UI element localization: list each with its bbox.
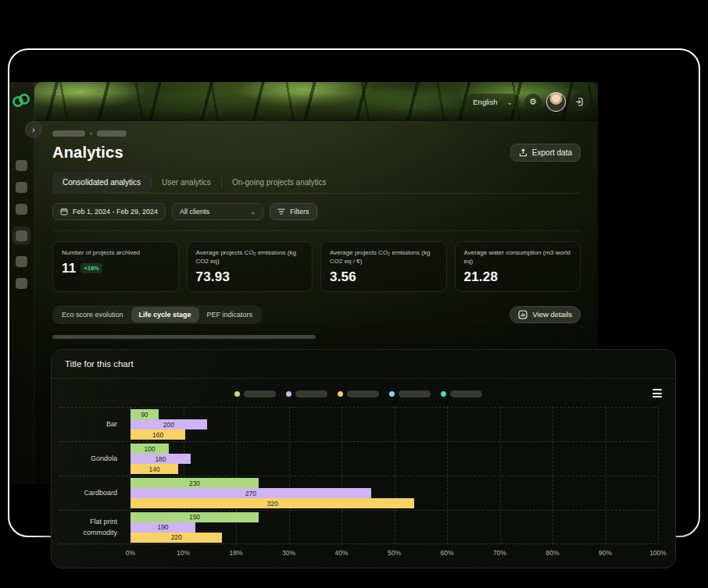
breadcrumb-placeholder: [97, 130, 127, 137]
page-title: Analytics: [52, 144, 123, 162]
date-range-value: Feb 1, 2024 - Feb 29, 2024: [73, 208, 158, 216]
tab-user-analytics[interactable]: User analytics: [152, 172, 221, 193]
legend-item: [338, 390, 379, 397]
kpi-card-water-consumption: Average water consumption (m3 world eq) …: [455, 241, 581, 292]
x-axis-tick-label: 60%: [440, 549, 453, 557]
header-controls: English ⌄ ⚙: [466, 92, 588, 112]
kpi-card-projects-archived: Number of projects archived 11 +16%: [52, 241, 179, 292]
legend-label-placeholder: [450, 390, 482, 397]
settings-button[interactable]: ⚙: [524, 94, 542, 111]
legend-item: [286, 390, 327, 397]
gridline: [658, 407, 659, 544]
category-label: Gondola: [59, 453, 131, 464]
filter-lines-icon: [277, 208, 285, 215]
sidebar-nav-item-active[interactable]: [12, 226, 31, 245]
calendar-icon: [60, 208, 68, 216]
legend-dot-icon: [338, 391, 343, 397]
legend-label-placeholder: [347, 390, 379, 397]
brand-logo-icon: [11, 92, 31, 109]
chart-category-row: Gondola100180140: [59, 441, 656, 476]
legend-item: [441, 390, 482, 397]
bar-segment-purple: 180: [131, 454, 191, 464]
chart-x-axis: 0%10%18%30%40%50%60%70%80%90%100%: [131, 549, 658, 560]
page-content: › Analytics Export data Consolidated ana…: [34, 121, 598, 339]
sidebar-nav-item[interactable]: [16, 182, 27, 193]
gear-icon: ⚙: [529, 97, 537, 107]
sign-out-icon: [575, 98, 584, 106]
bar-segment-purple: 200: [131, 419, 207, 429]
sidebar-expand-button[interactable]: ›: [25, 121, 42, 138]
x-axis-tick-label: 90%: [599, 549, 612, 557]
chart-category-row: Bar90200160: [59, 407, 656, 441]
bar-segment-yellow: 220: [131, 533, 222, 543]
category-label: Bar: [59, 419, 131, 429]
x-axis-tick-label: 10%: [177, 549, 190, 557]
chip-life-cycle-stage[interactable]: Life cycle stage: [131, 307, 199, 323]
tab-ongoing-projects-analytics[interactable]: On-going projects analytics: [222, 172, 337, 193]
category-label: Cardboard: [59, 487, 131, 498]
bar-segment-green: 100: [131, 444, 169, 454]
export-data-button[interactable]: Export data: [510, 144, 581, 162]
bar-segment-green: 230: [131, 478, 259, 488]
bar-segment-yellow: 160: [131, 429, 185, 440]
chart-category-row: Flat print commodity150190220: [59, 510, 656, 544]
chart-card: Title for this chart Bar90200160Gondola1…: [51, 349, 676, 568]
sidebar-nav-item-icon: [16, 230, 27, 241]
kpi-cards: Number of projects archived 11 +16% Aver…: [52, 241, 581, 292]
x-axis-tick-label: 18%: [229, 549, 242, 557]
view-details-label: View details: [532, 310, 572, 319]
view-details-button[interactable]: View details: [510, 306, 581, 323]
x-axis-tick-label: 30%: [282, 549, 295, 557]
sidebar-nav-item[interactable]: [16, 256, 27, 267]
legend-label-placeholder: [399, 390, 431, 397]
kpi-label: Average water consumption (m3 world eq): [464, 249, 572, 266]
legend-label-placeholder: [244, 390, 276, 397]
category-label: Flat print commodity: [59, 516, 131, 539]
chart-toggle-group: Eco score evolution Life cycle stage PEF…: [52, 305, 262, 324]
language-label: English: [473, 98, 497, 106]
chart-menu-button[interactable]: [653, 389, 662, 397]
kpi-value: 73.93: [196, 269, 231, 285]
sidebar-nav: [8, 160, 34, 289]
breadcrumb-separator-icon: ›: [90, 130, 92, 137]
chip-eco-score-evolution[interactable]: Eco score evolution: [54, 307, 131, 323]
horizontal-scrollbar[interactable]: [52, 335, 316, 339]
x-axis-tick-label: 100%: [649, 549, 667, 557]
sidebar-nav-item[interactable]: [16, 278, 27, 289]
user-avatar[interactable]: [546, 92, 566, 112]
chevron-down-icon: ⌄: [250, 208, 256, 216]
kpi-value: 21.28: [464, 269, 499, 285]
x-axis-tick-label: 40%: [334, 549, 348, 557]
legend-dot-icon: [234, 391, 240, 397]
sidebar-nav-item[interactable]: [16, 160, 27, 171]
bar-segment-yellow: 140: [131, 464, 178, 474]
filters-button[interactable]: Filters: [270, 203, 317, 220]
bar-segment-green: 90: [131, 409, 159, 419]
x-axis-tick-label: 70%: [493, 549, 506, 557]
filter-bar: Feb 1, 2024 - Feb 29, 2024 All clients ⌄…: [52, 203, 581, 231]
legend-item: [389, 390, 431, 397]
upload-icon: [519, 148, 527, 157]
export-data-label: Export data: [532, 148, 572, 157]
legend-dot-icon: [441, 391, 446, 397]
kpi-value: 3.56: [330, 269, 356, 285]
x-axis-tick-label: 50%: [388, 549, 401, 557]
language-selector[interactable]: English ⌄: [466, 94, 520, 110]
x-axis-tick-label: 0%: [126, 549, 135, 557]
chevron-right-icon: ›: [32, 126, 34, 134]
sidebar-nav-item[interactable]: [16, 204, 27, 215]
chip-pef-indicators[interactable]: PEF indicators: [199, 307, 261, 323]
kpi-label: Average projects CO₂ emissions (kg CO2 e…: [330, 249, 438, 266]
tab-consolidated-analytics[interactable]: Consolidated analytics: [52, 172, 151, 193]
kpi-label: Average projects CO₂ emissions (kg CO2 e…: [196, 249, 304, 266]
client-select-value: All clients: [180, 208, 209, 216]
x-axis-tick-label: 80%: [545, 549, 559, 557]
client-select[interactable]: All clients ⌄: [172, 203, 263, 220]
bar-segment-purple: 190: [131, 522, 195, 533]
analytics-tabs: Consolidated analytics User analytics On…: [52, 172, 581, 194]
filters-label: Filters: [290, 208, 309, 216]
logout-button[interactable]: [570, 94, 588, 111]
breadcrumb-placeholder: [52, 130, 85, 137]
date-range-picker[interactable]: Feb 1, 2024 - Feb 29, 2024: [52, 203, 166, 220]
chart-details-icon: [518, 310, 527, 319]
